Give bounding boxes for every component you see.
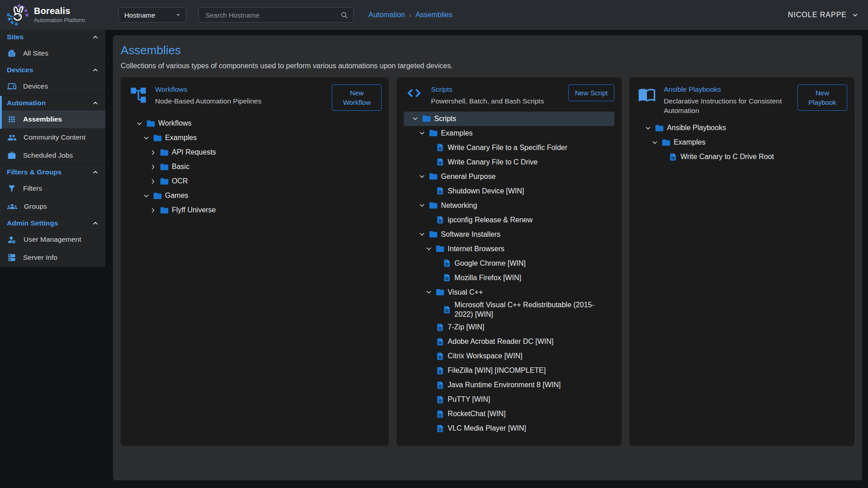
tree-item-label: OCR: [172, 177, 188, 186]
tree-item-vlc-media-player-win[interactable]: VLC Media Player [WIN]: [404, 422, 614, 436]
tree-item-label: ipconfig Release & Renew: [448, 216, 533, 225]
tree-item-visual-c[interactable]: Visual C++: [404, 285, 614, 300]
assemblies-panel: Assemblies Collections of various types …: [113, 35, 862, 480]
chevron-up-icon: [91, 168, 99, 176]
chevron-down-icon[interactable]: [409, 115, 421, 122]
chevron-down-icon[interactable]: [140, 134, 152, 142]
chevron-down-icon[interactable]: [642, 124, 654, 132]
file-icon: [434, 410, 445, 418]
sidebar-item-user-management[interactable]: User Management: [0, 230, 105, 249]
sidebar-section-header-devices[interactable]: Devices: [0, 63, 105, 77]
tree-item-games[interactable]: Games: [128, 188, 382, 203]
tree-item-google-chrome-win[interactable]: Google Chrome [WIN]: [404, 256, 614, 271]
tree-item-rocketchat-win[interactable]: RocketChat [WIN]: [404, 407, 614, 422]
tree-item-examples[interactable]: Examples: [404, 126, 614, 141]
file-icon: [441, 259, 452, 267]
tree-item-label: Microsoft Visual C++ Redistributable (20…: [454, 300, 612, 319]
hostname-select[interactable]: Hostname: [118, 7, 186, 23]
sidebar-item-all-sites[interactable]: All Sites: [0, 44, 105, 62]
tree-item-write-canary-to-c-drive-root[interactable]: Write Canary to C Drive Root: [637, 150, 847, 164]
tree-item-workflows[interactable]: Workflows: [128, 116, 382, 131]
tree-item-citrix-workspace-win[interactable]: Citrix Workspace [WIN]: [404, 349, 614, 364]
new-script-button[interactable]: New Script: [568, 84, 615, 101]
tree-item-write-canary-file-to-a-specific-folder[interactable]: Write Canary File to a Specific Folder: [404, 141, 614, 155]
tree-item-java-runtime-environment-8-win[interactable]: Java Runtime Environment 8 [WIN]: [404, 378, 614, 393]
tree-item-putty-win[interactable]: PuTTY [WIN]: [404, 393, 614, 407]
tree-item-microsoft-visual-c-redistributable-2015-2022-win[interactable]: Microsoft Visual C++ Redistributable (20…: [404, 300, 614, 320]
tree-item-api-requests[interactable]: API Requests: [128, 145, 382, 160]
tree-item-scripts[interactable]: Scripts: [404, 112, 614, 126]
sidebar-item-assemblies[interactable]: Assemblies: [0, 110, 105, 128]
chevron-down-icon[interactable]: [416, 173, 428, 180]
folder-icon: [159, 162, 170, 172]
chevron-down-icon[interactable]: [416, 230, 428, 238]
folder-icon: [428, 128, 439, 138]
folder-icon: [428, 201, 439, 210]
tree-item-adobe-acrobat-reader-dc-win[interactable]: Adobe Acrobat Reader DC [WIN]: [404, 335, 614, 349]
tree-item-shutdown-device-win[interactable]: Shutdown Device [WIN]: [404, 184, 614, 198]
sidebar-item-devices[interactable]: Devices: [0, 77, 105, 95]
chevron-right-icon[interactable]: [147, 206, 159, 214]
sidebar-section-label: Sites: [7, 33, 24, 41]
chevron-down-icon[interactable]: [416, 129, 428, 137]
tree-item-software-installers[interactable]: Software Installers: [404, 227, 614, 242]
tree-item-networking[interactable]: Networking: [404, 198, 614, 213]
card-subtitle: Node-Based Automation Pipelines: [155, 97, 326, 106]
chevron-right-icon[interactable]: [147, 149, 159, 156]
chevron-right-icon[interactable]: [147, 163, 159, 171]
file-icon: [434, 143, 445, 152]
tree-item-flyff-universe[interactable]: Flyff Universe: [128, 203, 382, 217]
chevron-down-icon[interactable]: [649, 139, 660, 146]
chevron-down-icon[interactable]: [416, 202, 428, 209]
sidebar-section-header-sites[interactable]: Sites: [0, 30, 105, 44]
tree-item-general-purpose[interactable]: General Purpose: [404, 169, 614, 184]
search-input[interactable]: [204, 11, 340, 19]
chevron-down-icon[interactable]: [423, 245, 434, 253]
tree-item-filezilla-win-incomplete[interactable]: FileZilla [WIN] [INCOMPLETE]: [404, 364, 614, 378]
groups-icon: [7, 202, 17, 211]
tree-item-examples[interactable]: Examples: [637, 136, 847, 150]
sidebar-section-header-admin-settings[interactable]: Admin Settings: [0, 216, 105, 230]
chevron-down-icon[interactable]: [140, 192, 152, 200]
breadcrumb-assemblies[interactable]: Assemblies: [415, 11, 453, 19]
sidebar-item-groups[interactable]: Groups: [0, 197, 105, 216]
topbar: Borealis Automation Platform Hostname Au…: [0, 0, 868, 30]
sidebar-section-header-filters-groups[interactable]: Filters & Groups: [0, 165, 105, 179]
sidebar-section-header-automation[interactable]: Automation: [0, 96, 105, 110]
sidebar-item-server-info[interactable]: Server Info: [0, 249, 105, 267]
sidebar-item-label: Community Content: [24, 133, 85, 141]
tree-item-ocr[interactable]: OCR: [128, 174, 382, 188]
tree-item-ansible-playbooks[interactable]: Ansible Playbooks: [637, 121, 847, 136]
tree-item-label: Workflows: [158, 119, 192, 128]
tree-item-internet-browsers[interactable]: Internet Browsers: [404, 242, 614, 256]
tree-item-label: API Requests: [172, 148, 216, 157]
sidebar-item-scheduled-jobs[interactable]: Scheduled Jobs: [0, 146, 105, 164]
tree-item-label: Ansible Playbooks: [667, 123, 726, 133]
sidebar-item-label: User Management: [24, 235, 81, 244]
borealis-logo-icon: [6, 3, 29, 27]
chevron-down-icon[interactable]: [423, 288, 434, 296]
tree-item-write-canary-file-to-c-drive[interactable]: Write Canary File to C Drive: [404, 155, 614, 169]
chevron-right-icon[interactable]: [147, 178, 159, 185]
breadcrumb-automation[interactable]: Automation: [368, 11, 405, 19]
tree-item-basic[interactable]: Basic: [128, 160, 382, 174]
page-subtitle: Collections of various types of componen…: [121, 62, 854, 70]
new-playbook-button[interactable]: New Playbook: [797, 84, 847, 111]
sidebar-item-community-content[interactable]: Community Content: [0, 128, 105, 146]
tree-item-mozilla-firefox-win[interactable]: Mozilla Firefox [WIN]: [404, 271, 614, 285]
search-icon: [340, 11, 349, 19]
chevron-down-icon[interactable]: [133, 120, 145, 127]
tree-workflows: WorkflowsExamplesAPI RequestsBasicOCRGam…: [128, 116, 382, 217]
sidebar-item-filters[interactable]: Filters: [0, 179, 105, 197]
tree-item-7-zip-win[interactable]: 7-Zip [WIN]: [404, 320, 614, 335]
sidebar-section-devices: DevicesDevices: [0, 63, 105, 96]
tree-item-label: Google Chrome [WIN]: [454, 259, 525, 268]
workflow-icon: [129, 85, 147, 103]
folder-icon: [152, 191, 163, 201]
brand-home[interactable]: Borealis Automation Platform: [0, 3, 105, 27]
new-workflow-button[interactable]: New Workflow: [332, 84, 382, 111]
user-menu[interactable]: NICOLE RAPPE: [788, 11, 859, 19]
sidebar-section-label: Automation: [7, 99, 46, 107]
tree-item-examples[interactable]: Examples: [128, 131, 382, 145]
tree-item-ipconfig-release-renew[interactable]: ipconfig Release & Renew: [404, 213, 614, 227]
